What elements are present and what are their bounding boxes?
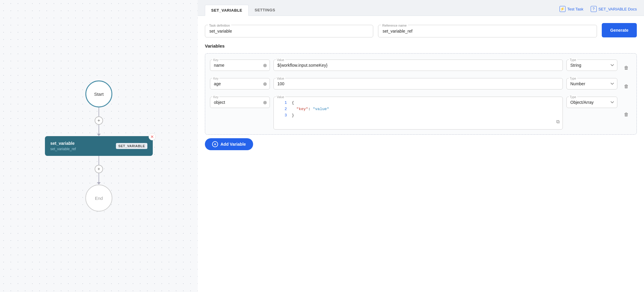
trash-icon-2: 🗑 [624, 84, 629, 89]
flow-diagram-panel: Start + ✕ set_variable set_variable_ref … [0, 0, 198, 292]
variables-section: Variables Key ⊗ Value [205, 43, 637, 150]
variables-container: Key ⊗ Value Type String [205, 53, 637, 135]
json-line-1: 1 { [285, 100, 559, 106]
var-value-field-3: Value JSON 1 { 2 "key": "value" [273, 95, 563, 130]
add-node-button-1[interactable]: + [95, 116, 103, 125]
tab-set-variable[interactable]: SET_VARIABLE [205, 5, 249, 16]
task-node-badge: SET_VARIABLE [116, 143, 147, 149]
json-copy-icon[interactable]: ⧉ [556, 118, 560, 126]
main-content: Task definition Reference name Generate … [198, 16, 644, 292]
task-definition-field: Task definition [205, 24, 373, 37]
flow-line-3 [99, 156, 99, 165]
type-label-2: Type [569, 77, 577, 80]
type-label-3: Type [569, 95, 577, 99]
right-panel: SET_VARIABLE SETTINGS ⚡ Test Task ? SET_… [198, 0, 644, 292]
task-node[interactable]: ✕ set_variable set_variable_ref SET_VARI… [45, 136, 153, 156]
key-label-3: Key [212, 95, 219, 99]
var-value-field-1: Value [273, 58, 563, 71]
value-label-3: Value [276, 95, 285, 99]
trash-icon-1: 🗑 [624, 65, 629, 71]
variable-row-1: Key ⊗ Value Type String [210, 58, 632, 73]
type-label-1: Type [569, 58, 577, 62]
add-variable-label: Add Variable [220, 142, 246, 147]
json-line-2: 2 "key": "value" [285, 106, 559, 112]
connector-start: + [95, 107, 103, 136]
json-value-area: JSON 1 { 2 "key": "value" [273, 97, 563, 130]
end-node: End [85, 185, 112, 212]
test-icon: ⚡ [560, 6, 566, 12]
form-top-row: Task definition Reference name Generate [205, 23, 637, 37]
var-key-field-1: Key ⊗ [210, 58, 270, 71]
var-delete-button-3[interactable]: 🗑 [621, 109, 632, 120]
value-input-1[interactable] [273, 60, 563, 71]
json-editor[interactable]: 1 { 2 "key": "value" 3 } [273, 97, 563, 130]
json-line-3: 3 } [285, 112, 559, 119]
var-key-field-2: Key ⊗ [210, 77, 270, 89]
var-delete-button-1[interactable]: 🗑 [621, 63, 632, 73]
value-label-2: Value [276, 77, 285, 80]
add-variable-button[interactable]: + Add Variable [205, 138, 253, 150]
task-definition-label: Task definition [208, 24, 231, 27]
trash-icon-3: 🗑 [624, 112, 629, 117]
docs-icon: ? [591, 6, 597, 12]
task-close-button[interactable]: ✕ [149, 133, 156, 140]
end-node-label: End [95, 196, 103, 201]
var-type-field-3: Type String Number Boolean Object/Array [566, 95, 617, 108]
test-task-label: Test Task [567, 7, 583, 11]
reference-name-label: Reference name [381, 24, 408, 27]
tab-settings[interactable]: SETTINGS [249, 5, 281, 16]
key-clear-icon-2[interactable]: ⊗ [263, 81, 267, 87]
variable-row-2: Key ⊗ Value Type String [210, 77, 632, 92]
variables-title: Variables [205, 43, 637, 48]
flow-line-2 [99, 125, 99, 134]
docs-button[interactable]: ? SET_VARIABLE Docs [591, 6, 637, 12]
variable-row-3: Key ⊗ Value JSON 1 [210, 95, 632, 130]
close-icon: ✕ [150, 134, 154, 139]
tabs-right: ⚡ Test Task ? SET_VARIABLE Docs [560, 6, 637, 14]
start-node: Start [85, 80, 112, 107]
key-label-2: Key [212, 77, 219, 80]
flow-arrow-1 [97, 134, 101, 136]
value-input-2[interactable] [273, 78, 563, 89]
var-delete-button-2[interactable]: 🗑 [621, 81, 632, 92]
flow-container: Start + ✕ set_variable set_variable_ref … [45, 80, 153, 212]
flow-line-1 [99, 107, 99, 116]
tabs-bar: SET_VARIABLE SETTINGS ⚡ Test Task ? SET_… [198, 0, 644, 16]
key-clear-icon-1[interactable]: ⊗ [263, 63, 267, 68]
key-clear-icon-3[interactable]: ⊗ [263, 100, 267, 105]
flow-arrow-2 [97, 182, 101, 185]
add-node-button-2[interactable]: + [95, 165, 103, 173]
tabs-left: SET_VARIABLE SETTINGS [205, 5, 281, 16]
flow-line-4 [99, 173, 99, 182]
generate-button[interactable]: Generate [602, 23, 637, 37]
docs-label: SET_VARIABLE Docs [598, 7, 637, 11]
connector-end: + [95, 156, 103, 185]
reference-name-input[interactable] [378, 25, 597, 37]
reference-name-field: Reference name [378, 24, 597, 37]
var-type-field-1: Type String Number Boolean Object/Array [566, 58, 617, 71]
value-label-1: Value [276, 58, 285, 62]
var-key-field-3: Key ⊗ [210, 95, 270, 108]
test-task-button[interactable]: ⚡ Test Task [560, 6, 583, 12]
var-value-field-2: Value [273, 77, 563, 89]
start-node-label: Start [94, 92, 104, 97]
key-label-1: Key [212, 58, 219, 62]
var-type-field-2: Type String Number Boolean Object/Array [566, 77, 617, 89]
add-variable-icon: + [212, 141, 218, 147]
